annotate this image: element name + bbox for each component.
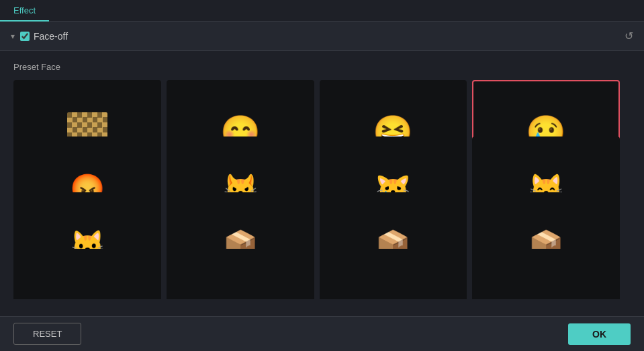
chevron-down-icon[interactable]: ▾ [11,32,15,41]
emoji-cell-12[interactable]: 🟫 [13,249,161,300]
section-header: ▾ Face-off ↺ [0,22,644,51]
preset-face-label: Preset Face [13,62,631,72]
emoji-grid: 😊 😆 😢 😡 😾 😿 😽 🐱 [13,80,631,299]
tab-effect[interactable]: Effect [0,0,49,22]
grid-scroll-wrapper: 😊 😆 😢 😡 😾 😿 😽 🐱 [13,80,631,299]
face-off-checkbox[interactable] [20,32,30,41]
main-content: Preset Face 😊 😆 😢 😡 😾 [0,51,644,311]
emoji-cell-15[interactable]: 🐰 [472,249,620,300]
emoji-cell-14[interactable]: 🦁 [320,249,467,300]
refresh-icon[interactable]: ↺ [625,30,633,42]
header-left: ▾ Face-off [11,31,68,42]
emoji-cell-13[interactable]: 😈 [167,249,314,300]
footer: RESET OK [0,316,644,351]
reset-button[interactable]: RESET [13,323,81,345]
ok-button[interactable]: OK [568,323,631,345]
tab-bar: Effect [0,0,644,22]
face-off-checkbox-wrapper[interactable]: Face-off [20,31,68,42]
face-off-label: Face-off [34,31,68,42]
